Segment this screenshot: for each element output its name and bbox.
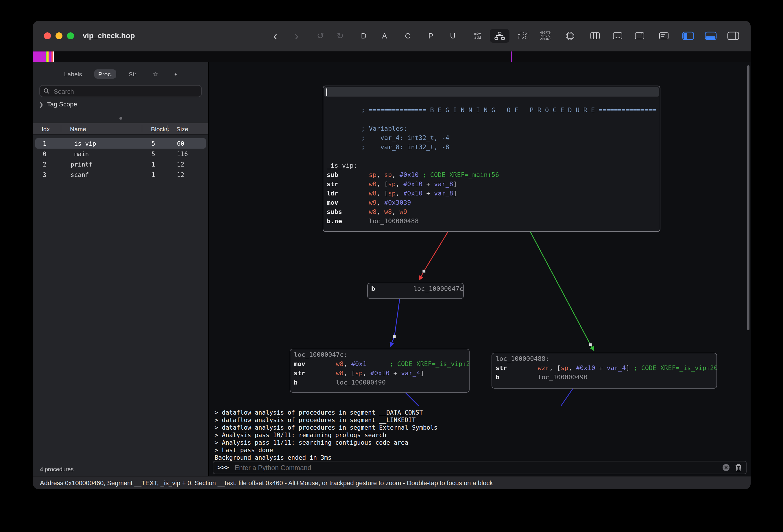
procedure-row-scanf[interactable]: 3scanf112 <box>35 169 206 180</box>
tab-procedures[interactable]: Proc. <box>94 69 117 79</box>
cfg-block-entry[interactable]: ; =============== B E G I N N I N G O F … <box>323 86 660 232</box>
sidebar-search[interactable] <box>39 85 202 97</box>
column-header-name[interactable]: Name <box>61 125 142 132</box>
asm-line[interactable]: subs w8, w8, w9 <box>323 208 660 217</box>
asm-token: b <box>496 374 499 381</box>
lines-panel-button[interactable] <box>659 32 669 40</box>
cell-size: 12 <box>169 171 206 178</box>
asm-token: loc_100000490 <box>538 374 588 381</box>
asm-token: + <box>595 364 606 372</box>
asm-token: loc_100000490 <box>336 379 386 386</box>
asm-line[interactable]: b loc_100000490 <box>492 373 717 382</box>
cfg-block-loc-10000047c[interactable]: loc_10000047c:mov w8, #0x1 ; CODE XREF=_… <box>290 349 470 393</box>
edge-branch-taken <box>529 229 594 350</box>
asm-token <box>338 190 369 197</box>
mode-undefined-button[interactable]: U <box>450 32 456 40</box>
minimize-window-button[interactable] <box>56 32 62 39</box>
asm-token: mov <box>327 199 338 207</box>
hex-view-button[interactable]: 406F70 706572 204469 <box>540 31 551 41</box>
vertical-scrollbar[interactable] <box>747 65 749 330</box>
asm-line[interactable]: loc_100000488: <box>492 354 717 364</box>
svg-text:1: 1 <box>641 33 643 37</box>
cfg-graph-pane[interactable]: ; =============== B E G I N N I N G O F … <box>209 62 751 476</box>
asm-line[interactable]: loc_10000047c: <box>290 350 469 360</box>
asm-line[interactable]: ldr w8, [sp, #0x10 + var_8] <box>323 189 660 198</box>
titlebar[interactable]: vip_check.hop ‹ › ↺ ↻ D A C P U mov add <box>33 21 751 52</box>
pseudocode-view-button[interactable]: if(b) f(x); <box>518 32 529 40</box>
asm-line[interactable]: mov w9, #0x3039 <box>323 198 660 208</box>
mode-code-button[interactable]: C <box>405 32 411 40</box>
tab-strings[interactable]: Str <box>125 69 140 79</box>
single-view-button[interactable]: 1 <box>635 32 645 40</box>
toggle-bottom-panel-button[interactable] <box>704 31 717 40</box>
cell-blocks: 1 <box>144 171 169 178</box>
asm-line[interactable]: _is_vip: <box>323 161 660 170</box>
mode-data-button[interactable]: D <box>361 32 367 40</box>
asm-line[interactable]: str w0, [sp, #0x10 + var_8] <box>323 180 660 189</box>
asm-token: #0x1 <box>351 360 367 368</box>
navigation-bar[interactable] <box>33 52 751 62</box>
asm-line[interactable] <box>323 97 660 106</box>
asm-line[interactable]: b loc_10000047c <box>368 284 463 294</box>
cfg-block-jump[interactable]: b loc_10000047c <box>367 283 464 299</box>
cfg-block-loc-100000488[interactable]: loc_100000488:str wzr, [sp, #0x10 + var_… <box>492 353 717 388</box>
column-header-blocks[interactable]: Blocks <box>142 125 167 132</box>
asm-token <box>305 370 336 377</box>
zoom-window-button[interactable] <box>67 32 74 39</box>
asm-line[interactable] <box>323 152 660 161</box>
asm-token: , <box>363 370 370 377</box>
asm-line[interactable]: ; =============== B E G I N N I N G O F … <box>323 106 660 115</box>
assembly-view-button[interactable]: mov add <box>474 32 481 40</box>
undo-button[interactable]: ↺ <box>317 31 324 41</box>
tab-tags-circle-icon[interactable]: ● <box>170 70 181 78</box>
mode-ascii-button[interactable]: A <box>382 32 387 40</box>
asm-token: ] <box>626 364 629 372</box>
procedure-row-printf[interactable]: 2printf112 <box>35 159 206 169</box>
close-window-button[interactable] <box>44 32 51 39</box>
asm-line[interactable]: sub sp, sp, #0x10 ; CODE XREF=_main+56 <box>323 170 660 180</box>
redo-button[interactable]: ↻ <box>336 31 344 41</box>
asm-line[interactable] <box>324 87 659 97</box>
asm-token: ; =============== B E G I N N I N G O F … <box>327 106 656 114</box>
procedure-row-_is_vip[interactable]: 1_is_vip560 <box>35 138 206 149</box>
asm-line[interactable]: ; var_4: int32_t, -4 <box>323 133 660 143</box>
asm-token <box>338 199 369 207</box>
asm-line[interactable]: b.ne loc_100000488 <box>323 217 660 226</box>
tab-labels[interactable]: Labels <box>60 69 86 79</box>
asm-token: w8 <box>336 370 344 377</box>
procedure-table-header[interactable]: Idx Name Blocks Size <box>33 123 208 135</box>
dotted-panel-button[interactable] <box>613 32 623 40</box>
cfg-view-button[interactable] <box>490 29 509 43</box>
tab-bookmarks-star-icon[interactable]: ☆ <box>149 69 162 79</box>
asm-token: var_8 <box>434 180 453 188</box>
clear-input-icon[interactable] <box>722 464 730 471</box>
mode-procedure-button[interactable]: P <box>428 32 433 40</box>
toggle-left-panel-button[interactable] <box>682 31 694 40</box>
search-input[interactable] <box>53 87 198 95</box>
asm-line[interactable]: ; Variables: <box>323 124 660 133</box>
forward-button[interactable]: › <box>295 30 299 42</box>
tag-scope-disclosure[interactable]: ❯ Tag Scope <box>39 101 77 107</box>
toggle-right-panel-button[interactable] <box>727 31 739 40</box>
cpu-button[interactable] <box>565 31 575 41</box>
asm-token: , <box>376 171 384 179</box>
asm-line[interactable]: ; var_8: int32_t, -8 <box>323 143 660 152</box>
column-header-size[interactable]: Size <box>167 125 208 132</box>
asm-line[interactable]: b loc_100000490 <box>290 378 469 387</box>
asm-line[interactable]: mov w8, #0x1 ; CODE XREF=_is_vip+24 <box>290 360 469 369</box>
asm-line[interactable] <box>323 115 660 124</box>
trash-icon[interactable] <box>735 464 742 472</box>
asm-line[interactable]: str w8, [sp, #0x10 + var_4] <box>290 369 469 378</box>
asm-token: #0x3039 <box>384 199 411 207</box>
column-header-idx[interactable]: Idx <box>33 125 61 132</box>
back-button[interactable]: ‹ <box>273 30 277 42</box>
splitter-handle[interactable] <box>119 117 122 120</box>
cell-name: scanf <box>63 171 144 178</box>
list-box-icon <box>659 32 669 40</box>
procedure-row-_main[interactable]: 0_main5116 <box>35 149 206 159</box>
asm-line[interactable]: str wzr, [sp, #0x10 + var_4] ; CODE XREF… <box>492 364 717 373</box>
split-columns-button[interactable] <box>590 32 600 40</box>
python-command-input[interactable] <box>233 464 718 472</box>
python-command-bar[interactable]: >>> <box>213 461 747 474</box>
segment-stripe <box>49 52 52 62</box>
